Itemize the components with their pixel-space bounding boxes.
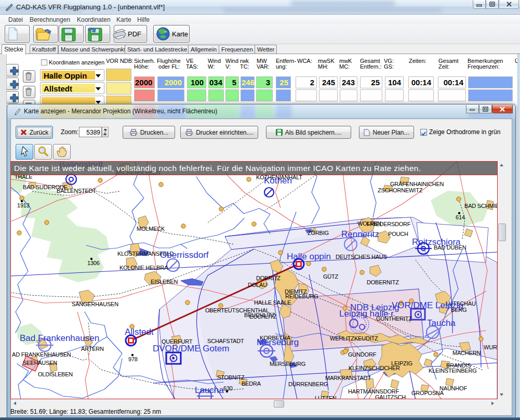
- svg-text:614: 614: [456, 214, 465, 220]
- svg-text:WEHLITZKEUDITZ: WEHLITZKEUDITZ: [330, 335, 378, 342]
- svg-text:BEDRA: BEDRA: [242, 380, 261, 387]
- svg-text:BALLENSTEDT: BALLENSTEDT: [57, 188, 97, 194]
- svg-text:Oberrissdorf: Oberrissdorf: [160, 250, 209, 260]
- svg-text:Laucha: Laucha: [195, 385, 224, 395]
- svg-text:LUTZEN: LUTZEN: [315, 395, 337, 399]
- svg-text:MACHERN: MACHERN: [452, 350, 481, 356]
- svg-text:GAUTZSCH: GAUTZSCH: [375, 394, 406, 399]
- svg-text:BAD SCHMIE: BAD SCHMIE: [464, 203, 497, 209]
- svg-text:Halle oppin: Halle oppin: [287, 252, 331, 261]
- svg-text:KLEINZSCHOCHER: KLEINZSCHOCHER: [349, 365, 400, 371]
- svg-text:FRIEDERSDORF: FRIEDERSDORF: [367, 221, 411, 227]
- svg-text:Taucha: Taucha: [427, 318, 456, 328]
- svg-text:Allstedt: Allstedt: [125, 327, 154, 337]
- svg-text:630: 630: [223, 385, 233, 391]
- svg-text:Karte: Karte: [172, 30, 188, 38]
- svg-text:VOR/DME Leipzig: VOR/DME Leipzig: [392, 300, 463, 310]
- svg-text:1913: 1913: [17, 202, 30, 208]
- svg-text:GÜTZ: GÜTZ: [323, 273, 339, 280]
- svg-text:ZÖRBIG: ZÖRBIG: [308, 230, 329, 236]
- svg-text:OLDISLEBEN: OLDISLEBEN: [38, 371, 73, 377]
- svg-text:DVOR/DME Gotem: DVOR/DME Gotem: [153, 344, 229, 353]
- svg-text:Renneritz: Renneritz: [341, 229, 379, 239]
- svg-text:SÄNGERHAUSEN: SÄNGERHAUSEN: [72, 301, 118, 307]
- svg-text:ZSCHORNEWITZ: ZSCHORNEWITZ: [378, 187, 423, 193]
- svg-text:DOBRITZ: DOBRITZ: [256, 275, 281, 281]
- svg-text:DEUTSCHES HAUS: DEUTSCHES HAUS: [336, 254, 387, 260]
- svg-text:GRÄFENHAINICHEN: GRÄFENHAINICHEN: [390, 181, 444, 187]
- svg-text:KOLONIE HELBRA: KOLONIE HELBRA: [119, 265, 168, 271]
- svg-text:Köthen: Köthen: [264, 176, 292, 186]
- svg-text:HALLE SAALE: HALLE SAALE: [254, 299, 291, 306]
- svg-text:Leipzig halle r: Leipzig halle r: [339, 309, 394, 319]
- svg-text:DOBERNITZ: DOBERNITZ: [367, 279, 399, 285]
- svg-text:MOLMECK: MOLMECK: [137, 226, 165, 232]
- svg-text:Merseburg: Merseburg: [257, 337, 299, 347]
- svg-text:1306: 1306: [87, 260, 100, 266]
- svg-text:MARKRANSTADT: MARKRANSTADT: [325, 375, 371, 381]
- svg-text:978: 978: [128, 356, 138, 362]
- svg-text:EUCHLITZ: EUCHLITZ: [249, 313, 277, 320]
- svg-text:KLEINSTEINBERG: KLEINSTEINBERG: [429, 368, 477, 374]
- svg-text:POUCH: POUCH: [388, 231, 408, 237]
- svg-text:DÜRRENBERG: DÜRRENBERG: [288, 381, 328, 387]
- svg-text:DOLAU: DOLAU: [248, 282, 267, 288]
- svg-text:Bad Frankenhausen: Bad Frankenhausen: [20, 333, 99, 343]
- svg-text:ARTERN: ARTERN: [81, 346, 104, 352]
- svg-text:STOBNITZ: STOBNITZ: [217, 374, 245, 380]
- svg-text:WURZE: WURZE: [484, 344, 497, 350]
- svg-text:SEEHAUSEN: SEEHAUSEN: [23, 360, 57, 366]
- svg-text:EISLEBEN: EISLEBEN: [151, 279, 178, 285]
- svg-text:MERSEBURG: MERSEBURG: [270, 361, 305, 367]
- svg-text:GUNDORF: GUNDORF: [348, 351, 377, 358]
- svg-text:PDF: PDF: [128, 30, 141, 38]
- svg-text:REIDEBURG: REIDEBURG: [285, 293, 318, 299]
- svg-text:Roitzschjora: Roitzschjora: [412, 237, 461, 247]
- svg-text:AD FRANKENHAUSEN: AD FRANKENHAUSEN: [12, 351, 71, 358]
- svg-text:NAUNHOF: NAUNHOF: [439, 385, 467, 391]
